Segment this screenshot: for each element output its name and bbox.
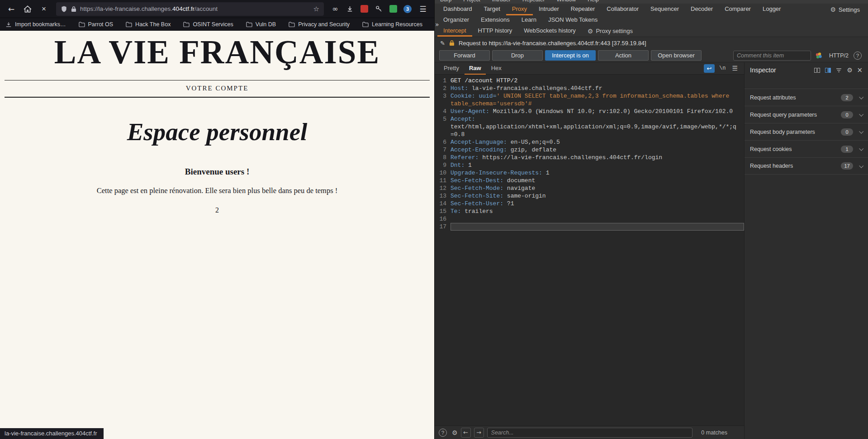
comment-input[interactable] [733,51,811,61]
inspector-section[interactable]: Request attributes2 [745,89,868,106]
wrench-icon[interactable] [372,2,385,16]
stop-button[interactable]: × [36,2,52,16]
search-settings-icon[interactable]: ⚙ [452,429,458,436]
inspector-section[interactable]: Request body parameters0 [745,123,868,140]
menu-project[interactable]: Project [463,0,480,3]
tab-http-history[interactable]: HTTP history [472,25,518,37]
inspector-section[interactable]: Request query parameters0 [745,106,868,123]
tab-proxy-settings[interactable]: ⚙ Proxy settings [582,25,639,37]
inspector-section[interactable]: Request cookies1 [745,140,868,157]
request-line[interactable]: 14Sec-Fetch-User: ?1 [435,200,744,208]
tab-websockets-history[interactable]: WebSockets history [518,25,582,37]
bookmark-item[interactable]: Import bookmarks… [5,21,66,28]
request-line[interactable]: 10Upgrade-Insecure-Requests: 1 [435,169,744,177]
forward-button[interactable]: Forward [439,50,490,61]
tab-learn[interactable]: Learn [516,16,542,24]
request-line[interactable]: 2Host: la-vie-francaise.challenges.404ct… [435,85,744,92]
bookmark-item[interactable]: OSINT Services [183,21,233,28]
editor-tab-hex[interactable]: Hex [487,62,506,75]
search-input[interactable] [487,428,693,438]
request-line[interactable]: 11Sec-Fetch-Dest: document [435,177,744,184]
extension-icon-red[interactable] [357,2,371,16]
tab-sequencer[interactable]: Sequencer [645,4,685,15]
drop-button[interactable]: Drop [492,50,543,61]
tab-target[interactable]: Target [478,4,506,15]
request-line[interactable]: 17 [435,223,744,231]
request-line[interactable]: 1GET /account HTTP/2 [435,77,744,85]
pencil-icon[interactable]: ✎ [440,40,445,47]
intercept-toggle-button[interactable]: Intercept is on [545,50,596,61]
menu-repeater[interactable]: Repeater [522,0,545,3]
back-button[interactable]: ← [4,2,19,16]
tab-organizer[interactable]: Organizer [437,16,475,24]
request-line[interactable]: 13Sec-Fetch-Site: same-origin [435,192,744,200]
proxy-extension-icon[interactable]: ∞ [328,2,342,16]
bookmark-item[interactable]: Parrot OS [79,21,114,28]
request-line[interactable]: 4User-Agent: Mozilla/5.0 (Windows NT 10.… [435,108,744,115]
tab-proxy[interactable]: Proxy [506,4,533,15]
show-newlines-toggle[interactable]: \n [716,65,729,71]
open-browser-button[interactable]: Open browser [651,50,702,61]
extension-badge[interactable]: 3 [401,2,414,16]
word-wrap-toggle[interactable]: ↩ [704,64,715,73]
shield-icon[interactable] [61,5,67,13]
request-editor[interactable]: 1GET /account HTTP/22Host: la-vie-franca… [435,75,744,425]
close-icon[interactable]: × [857,66,863,74]
bookmark-item[interactable]: Privacy and Security [289,21,350,28]
tab-extensions[interactable]: Extensions [475,16,516,24]
lock-icon[interactable] [71,6,76,12]
help-icon[interactable]: ? [854,52,862,60]
extension-icon-green[interactable] [386,2,400,16]
inspector-layout-icon[interactable] [813,67,821,73]
action-button[interactable]: Action [598,50,649,61]
inspector-section[interactable]: Request headers17 [745,157,868,175]
request-line[interactable]: 15Te: trailers [435,208,744,215]
next-match-button[interactable]: → [474,428,484,438]
search-help-icon[interactable]: ? [439,429,447,437]
line-content [451,223,744,231]
menu-help[interactable]: Help [588,0,599,3]
editor-menu-icon[interactable]: ☰ [730,65,740,72]
bookmark-item[interactable]: Hack The Box [126,21,171,28]
line-content: Te: trailers [451,208,744,215]
tab-logger[interactable]: Logger [757,4,787,15]
request-line[interactable]: 9Dnt: 1 [435,161,744,169]
settings-button[interactable]: ⚙ Settings [825,4,865,15]
menu-button[interactable]: ☰ [415,2,431,16]
url-bar[interactable]: https://la-vie-francaise.challenges.404c… [56,2,324,16]
tab-comparer[interactable]: Comparer [719,4,757,15]
editor-tab-raw[interactable]: Raw [465,62,486,75]
tab-repeater[interactable]: Repeater [565,4,601,15]
tab-json-web-tokens[interactable]: JSON Web Tokens [542,16,603,24]
request-line[interactable]: 3Cookie: uuid=' UNION SELECT table_name,… [435,92,744,108]
bookmark-item[interactable]: Learning Resources [362,21,422,28]
home-button[interactable] [20,2,35,16]
request-line[interactable]: 6Accept-Language: en-US,en;q=0.5 [435,138,744,146]
tab-intercept[interactable]: Intercept [437,25,472,37]
editor-tab-pretty[interactable]: Pretty [439,62,464,75]
bookmark-label: Import bookmarks… [15,21,66,28]
menu-burp[interactable]: Burp [440,0,451,3]
bookmark-item[interactable]: Vuln DB [246,21,276,28]
tab-intruder[interactable]: Intruder [533,4,565,15]
tab-collaborator[interactable]: Collaborator [601,4,645,15]
request-line[interactable]: 16 [435,215,744,223]
inspector-settings-icon[interactable]: ⚙ [846,67,853,73]
bookmark-star-icon[interactable]: ☆ [313,5,319,13]
download-icon[interactable] [343,2,356,16]
inspector-layout-icon-active[interactable] [824,67,831,73]
previous-match-button[interactable]: ← [461,428,471,438]
bookmarks-overflow-chevron[interactable]: » [435,21,439,28]
collapse-all-icon[interactable] [835,67,842,73]
tab-decoder[interactable]: Decoder [685,4,719,15]
request-line[interactable]: 7Accept-Encoding: gzip, deflate [435,146,744,154]
folder-icon [246,22,252,27]
burp-ai-icon[interactable] [815,52,822,59]
request-line[interactable]: 5Accept: text/html,application/xhtml+xml… [435,115,744,138]
menu-window[interactable]: Window [556,0,576,3]
menu-intruder[interactable]: Intruder [492,0,511,3]
request-line[interactable]: 8Referer: https://la-vie-francaise.chall… [435,154,744,161]
inspector-header: Inspector ⚙ × [745,62,868,78]
tab-dashboard[interactable]: Dashboard [437,4,478,15]
request-line[interactable]: 12Sec-Fetch-Mode: navigate [435,184,744,192]
